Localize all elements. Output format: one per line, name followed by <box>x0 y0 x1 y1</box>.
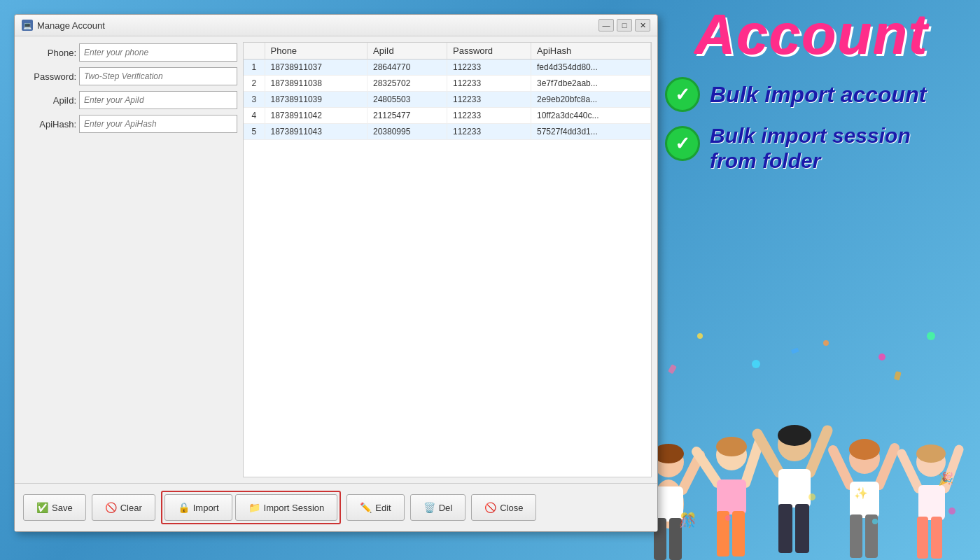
row-password: 112233 <box>447 59 531 76</box>
import-icon: 🔒 <box>178 502 190 513</box>
edit-button[interactable]: ✏️ Edit <box>346 494 404 521</box>
import-session-icon: 📁 <box>248 502 260 513</box>
save-icon: ✅ <box>36 502 48 513</box>
svg-point-4 <box>878 354 886 360</box>
apiid-label: ApiId: <box>20 95 76 106</box>
check-icon-2 <box>665 126 700 161</box>
row-apiid: 28325702 <box>367 76 447 92</box>
window-body: Phone: Password: ApiId: ApiHash: <box>15 36 657 483</box>
account-table: Phone ApiId Password ApiHash 1 187389110… <box>244 43 651 140</box>
window-icon: 💻 <box>22 20 33 31</box>
row-phone: 18738911037 <box>265 59 367 76</box>
row-num: 4 <box>244 108 265 124</box>
feature-bulk-import: Bulk import account <box>665 77 959 112</box>
svg-line-33 <box>833 450 850 485</box>
row-apihash: 57527f4dd3d1... <box>531 124 651 140</box>
svg-rect-21 <box>717 479 746 514</box>
title-bar: 💻 Manage Account — □ ✕ <box>15 15 657 36</box>
row-password: 112233 <box>447 108 531 124</box>
table-row[interactable]: 4 18738911042 21125477 112233 10ff2a3dc4… <box>244 108 651 124</box>
row-phone: 18738911038 <box>265 76 367 92</box>
apihash-label: ApiHash: <box>20 119 76 130</box>
row-phone: 18738911043 <box>265 124 367 140</box>
password-input[interactable] <box>79 67 237 85</box>
svg-rect-44 <box>931 517 942 559</box>
celebration-illustration: 🎊 ✨ 🎉 <box>616 322 980 560</box>
svg-text:✨: ✨ <box>854 486 868 500</box>
table-row[interactable]: 3 18738911039 24805503 112233 2e9eb20bfc… <box>244 92 651 108</box>
row-apihash: 3e7f7dbe2aab... <box>531 76 651 92</box>
svg-rect-23 <box>732 511 745 556</box>
svg-point-2 <box>752 360 760 368</box>
svg-line-27 <box>810 430 827 472</box>
svg-point-18 <box>716 437 747 456</box>
feature-text-1: Bulk import account <box>710 81 926 108</box>
clear-button[interactable]: 🚫 Clear <box>92 494 155 521</box>
svg-line-34 <box>879 448 895 485</box>
apihash-input[interactable] <box>79 115 237 133</box>
phone-label: Phone: <box>20 48 76 58</box>
table-row[interactable]: 2 18738911038 28325702 112233 3e7f7dbe2a… <box>244 76 651 92</box>
feature-bulk-session: Bulk import session from folder <box>665 123 959 174</box>
import-button[interactable]: 🔒 Import <box>164 494 232 521</box>
svg-line-20 <box>746 441 760 483</box>
button-bar: ✅ Save 🚫 Clear 🔒 Import 📁 Import Session… <box>15 483 657 531</box>
svg-point-46 <box>808 493 816 500</box>
apiid-row: ApiId: <box>20 90 237 111</box>
svg-point-39 <box>916 444 946 463</box>
row-apiid: 21125477 <box>367 108 447 124</box>
col-phone: Phone <box>265 43 367 59</box>
window-title: Manage Account <box>37 20 105 31</box>
password-label: Password: <box>20 71 76 82</box>
svg-point-5 <box>927 332 935 340</box>
row-phone: 18738911039 <box>265 92 367 108</box>
svg-point-45 <box>725 515 731 521</box>
row-apihash: fed4d354dd80... <box>531 59 651 76</box>
svg-line-19 <box>696 451 718 483</box>
svg-point-25 <box>778 425 811 446</box>
svg-point-32 <box>849 439 880 460</box>
password-row: Password: <box>20 66 237 87</box>
dialog-overlay: 💻 Manage Account — □ ✕ Phone: Password: <box>0 0 658 560</box>
close-button[interactable]: 🚫 Close <box>471 494 536 521</box>
phone-input[interactable] <box>79 43 237 62</box>
svg-rect-29 <box>778 504 792 553</box>
row-apiid: 28644770 <box>367 59 447 76</box>
col-password: Password <box>447 43 531 59</box>
check-icon-1 <box>665 77 700 112</box>
col-apiid: ApiId <box>367 43 447 59</box>
svg-rect-7 <box>791 348 799 354</box>
row-apihash: 2e9eb20bfc8a... <box>531 92 651 108</box>
svg-rect-28 <box>778 469 811 507</box>
apiid-input[interactable] <box>79 91 237 109</box>
save-button[interactable]: ✅ Save <box>23 494 86 521</box>
apihash-row: ApiHash: <box>20 113 237 134</box>
title-bar-left: 💻 Manage Account <box>22 20 105 31</box>
svg-rect-8 <box>894 371 902 381</box>
window-controls: — □ ✕ <box>598 19 650 31</box>
clear-icon: 🚫 <box>105 502 117 513</box>
account-title: Account <box>695 7 929 63</box>
edit-icon: ✏️ <box>360 502 372 513</box>
import-session-button[interactable]: 📁 Import Session <box>235 494 338 521</box>
maximize-button[interactable]: □ <box>617 19 632 31</box>
row-num: 1 <box>244 59 265 76</box>
minimize-button[interactable]: — <box>598 19 614 31</box>
row-apiid: 20380995 <box>367 124 447 140</box>
row-password: 112233 <box>447 124 531 140</box>
table-row[interactable]: 5 18738911043 20380995 112233 57527f4dd3… <box>244 124 651 140</box>
import-group: 🔒 Import 📁 Import Session <box>161 491 342 524</box>
title-close-button[interactable]: ✕ <box>635 19 650 31</box>
row-password: 112233 <box>447 92 531 108</box>
row-num: 3 <box>244 92 265 108</box>
close-icon: 🚫 <box>484 502 496 513</box>
del-button[interactable]: 🗑️ Del <box>410 494 466 521</box>
svg-rect-6 <box>668 364 677 374</box>
svg-point-48 <box>948 507 955 514</box>
row-apiid: 24805503 <box>367 92 447 108</box>
svg-point-1 <box>697 333 703 339</box>
del-icon: 🗑️ <box>424 502 435 513</box>
phone-row: Phone: <box>20 42 237 63</box>
table-row[interactable]: 1 18738911037 28644770 112233 fed4d354dd… <box>244 59 651 76</box>
svg-line-26 <box>757 434 779 472</box>
